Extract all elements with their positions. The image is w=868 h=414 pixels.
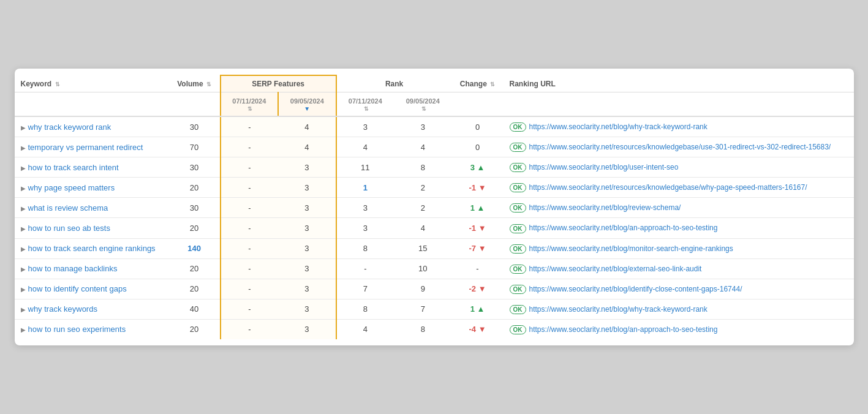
expand-icon[interactable]: ▶	[21, 165, 26, 171]
expand-icon[interactable]: ▶	[21, 266, 26, 273]
url-cell: OKhttps://www.seoclarity.net/resources/k…	[504, 137, 854, 157]
expand-icon[interactable]: ▶	[21, 306, 26, 313]
rank-date1-header[interactable]: 07/11/2024 ⇅	[336, 92, 394, 117]
volume-cell: 30	[169, 157, 221, 178]
keyword-link[interactable]: what is review schema	[28, 203, 108, 213]
serp-date1-label: 07/11/2024	[232, 97, 266, 105]
serp-date2-value: 4	[304, 122, 309, 132]
keyword-link[interactable]: why track keywords	[28, 304, 97, 314]
change-cell: -7 ▼	[452, 238, 504, 258]
keyword-link[interactable]: how to run seo ab tests	[28, 224, 110, 233]
serp-date1-value: -	[248, 264, 251, 273]
keyword-link[interactable]: why track keyword rank	[28, 122, 111, 132]
change-value: -4 ▼	[469, 325, 486, 334]
ranking-url-link[interactable]: https://www.seoclarity.net/resources/kno…	[529, 183, 807, 192]
serp-date2-sort-active[interactable]: ▼	[304, 105, 310, 112]
serp-date2-cell: 4	[278, 137, 336, 157]
serp-date1-value: -	[248, 183, 251, 192]
keyword-col-header[interactable]: Keyword ⇅	[15, 75, 169, 92]
keyword-cell: ▶how to run seo ab tests	[15, 218, 169, 238]
table-row: ▶how to track search engine rankings140-…	[15, 238, 854, 258]
rank-date2-value: 8	[421, 325, 425, 334]
ranking-url-link[interactable]: https://www.seoclarity.net/blog/why-trac…	[529, 305, 708, 314]
ranking-url-link[interactable]: https://www.seoclarity.net/blog/an-appro…	[529, 325, 718, 334]
ok-badge: OK	[510, 244, 526, 254]
keyword-cell: ▶how to identify content gaps	[15, 279, 169, 299]
ok-badge: OK	[510, 203, 526, 213]
rank-date2-value: 2	[421, 203, 425, 213]
expand-icon[interactable]: ▶	[21, 145, 26, 151]
keyword-link[interactable]: why page speed matters	[28, 183, 115, 192]
rank-date2-value: 2	[421, 183, 425, 192]
change-value: 0	[475, 143, 480, 152]
expand-icon[interactable]: ▶	[21, 124, 26, 131]
ranking-url-link[interactable]: https://www.seoclarity.net/blog/review-s…	[529, 203, 681, 212]
ranking-url-link[interactable]: https://www.seoclarity.net/blog/monitor-…	[529, 244, 733, 253]
keyword-link[interactable]: how to manage backlinks	[28, 264, 118, 273]
volume-value: 20	[190, 264, 198, 273]
rank-date1-sort[interactable]: ⇅	[364, 106, 369, 112]
keyword-link[interactable]: how to track search engine rankings	[28, 244, 156, 253]
rank-date1-cell: -	[336, 258, 394, 279]
volume-col-header[interactable]: Volume ⇅	[169, 75, 221, 92]
volume-value: 30	[190, 203, 198, 213]
keyword-sort-icon[interactable]: ⇅	[55, 81, 60, 88]
change-sort-icon[interactable]: ⇅	[490, 81, 495, 88]
expand-icon[interactable]: ▶	[21, 286, 26, 293]
rank-date1-label: 07/11/2024	[349, 97, 382, 105]
serp-date1-cell: -	[221, 137, 278, 157]
rank-date2-cell: 2	[394, 178, 451, 198]
ranking-url-link[interactable]: https://www.seoclarity.net/blog/an-appro…	[529, 224, 718, 232]
rank-date2-value: 10	[418, 264, 427, 273]
keyword-link[interactable]: how to identify content gaps	[28, 284, 127, 293]
ranking-url-link[interactable]: https://www.seoclarity.net/blog/why-trac…	[529, 122, 708, 131]
table-row: ▶why track keywords40-3871 ▲OKhttps://ww…	[15, 299, 854, 319]
ranking-url-link[interactable]: https://www.seoclarity.net/blog/identify…	[529, 285, 742, 293]
serp-date2-cell: 4	[278, 116, 336, 137]
rank-date1-value: 4	[363, 143, 368, 152]
serp-date2-header[interactable]: 09/05/2024 ▼	[278, 92, 336, 117]
serp-date2-cell: 3	[278, 299, 336, 319]
ok-badge: OK	[510, 183, 526, 192]
expand-icon[interactable]: ▶	[21, 326, 26, 333]
url-cell: OKhttps://www.seoclarity.net/blog/an-app…	[504, 319, 854, 339]
serp-date2-cell: 3	[278, 238, 336, 258]
expand-icon[interactable]: ▶	[21, 246, 26, 252]
rank-date2-label: 09/05/2024	[406, 97, 440, 105]
serp-features-label: SERP Features	[252, 80, 304, 88]
rank-date2-cell: 4	[394, 137, 451, 157]
expand-icon[interactable]: ▶	[21, 185, 26, 192]
rank-date2-header[interactable]: 09/05/2024 ⇅	[394, 92, 451, 117]
ok-badge: OK	[510, 325, 526, 334]
change-cell: 1 ▲	[452, 299, 504, 319]
keyword-link[interactable]: how to track search intent	[28, 163, 119, 172]
keyword-link[interactable]: temporary vs permanent redirect	[28, 143, 143, 152]
table-row: ▶how to run seo ab tests20-334-1 ▼OKhttp…	[15, 218, 854, 238]
url-cell: OKhttps://www.seoclarity.net/blog/identi…	[504, 279, 854, 299]
keyword-link[interactable]: how to run seo experiments	[28, 325, 126, 334]
change-col-header[interactable]: Change ⇅	[452, 75, 504, 92]
volume-value: 20	[190, 224, 198, 233]
serp-date2-cell: 3	[278, 319, 336, 339]
ranking-url-link[interactable]: https://www.seoclarity.net/blog/user-int…	[529, 163, 679, 171]
ranking-url-col-header: Ranking URL	[504, 75, 854, 92]
volume-cell: 20	[169, 218, 221, 238]
serp-date1-sort[interactable]: ⇅	[247, 106, 252, 112]
ranking-url-link[interactable]: https://www.seoclarity.net/resources/kno…	[529, 143, 831, 151]
volume-sort-icon[interactable]: ⇅	[206, 81, 211, 88]
ok-badge: OK	[510, 122, 526, 132]
expand-icon[interactable]: ▶	[21, 205, 26, 212]
sub-header-row: 07/11/2024 ⇅ 09/05/2024 ▼ 07/11/2024 ⇅ 0…	[15, 92, 854, 117]
serp-date2-value: 3	[304, 325, 309, 334]
volume-value: 30	[190, 163, 198, 172]
serp-date1-cell: -	[221, 279, 278, 299]
rank-date1-value: -	[364, 264, 366, 273]
rank-date1-cell: 3	[336, 116, 394, 137]
serp-date1-header[interactable]: 07/11/2024 ⇅	[221, 92, 278, 117]
expand-icon[interactable]: ▶	[21, 225, 26, 232]
serp-date1-cell: -	[221, 319, 278, 339]
serp-date2-cell: 3	[278, 279, 336, 299]
rank-date1-cell: 8	[336, 299, 394, 319]
rank-date2-sort[interactable]: ⇅	[421, 106, 426, 112]
ranking-url-link[interactable]: https://www.seoclarity.net/blog/external…	[529, 265, 702, 273]
